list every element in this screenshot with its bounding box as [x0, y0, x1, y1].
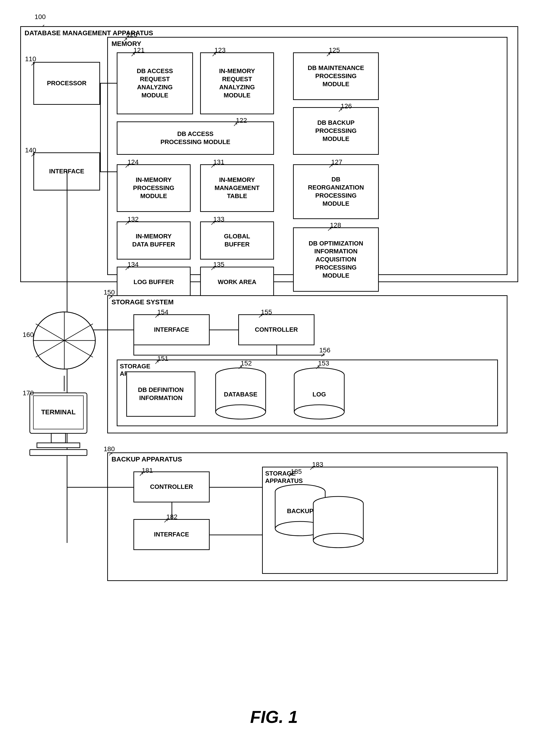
tick-183: ↗ [309, 465, 314, 472]
tick-120: ↗ [123, 36, 128, 43]
db-reorganization-label: DBREORGANIZATIONPROCESSINGMODULE [308, 175, 364, 208]
interface154-vline [133, 345, 134, 355]
log-cylinder: LOG [293, 367, 346, 422]
tick-133: ↗ [210, 220, 215, 226]
tick-152: ↗ [238, 364, 242, 370]
db-access-processing-box: DB ACCESSPROCESSING MODULE [117, 122, 274, 155]
svg-point-22 [313, 533, 363, 548]
db-access-request-label: DB ACCESSREQUESTANALYZINGMODULE [137, 67, 173, 99]
in-memory-data-buffer-label: IN-MEMORYDATA BUFFER [132, 232, 175, 248]
controller-180-box: CONTROLLER [133, 472, 210, 503]
db-backup-box: DB BACKUPPROCESSINGMODULE [293, 107, 379, 155]
network-cloud [31, 305, 98, 377]
svg-rect-32 [37, 443, 80, 448]
figure-label: FIG. 1 [202, 707, 346, 727]
tick-127: ↗ [328, 163, 333, 169]
tick-182: ↗ [163, 517, 168, 524]
db-optimization-label: DB OPTIMIZATIONINFORMATIONACQUISITIONPRO… [309, 240, 363, 280]
tick-128: ↗ [327, 226, 332, 232]
svg-point-4 [216, 405, 266, 419]
db-backup-label: DB BACKUPPROCESSINGMODULE [315, 119, 356, 143]
controller-180-label: CONTROLLER [150, 483, 193, 491]
interface-182-label: INTERFACE [154, 531, 189, 539]
controller155-vline [276, 345, 277, 355]
svg-point-10 [294, 405, 344, 419]
ctrl-to-iface-vline [172, 503, 172, 519]
network-backup-hline [67, 487, 133, 488]
db-access-request-box: DB ACCESSREQUESTANALYZINGMODULE [117, 53, 193, 114]
tick-125: ↗ [326, 51, 331, 58]
tick-124: ↗ [125, 163, 129, 169]
ref-160: 160 [22, 331, 34, 339]
terminal-shape: TERMINAL [22, 391, 94, 458]
db-maintenance-box: DB MAINTENANCEPROCESSINGMODULE [293, 53, 379, 100]
db-access-processing-label: DB ACCESSPROCESSING MODULE [160, 130, 230, 146]
interface-154-label: INTERFACE [154, 326, 189, 334]
in-memory-request-label: IN-MEMORYREQUESTANALYZINGMODULE [219, 67, 255, 99]
tick-131: ↗ [210, 163, 215, 169]
tick-180: ↗ [108, 450, 113, 457]
tick-154: ↗ [154, 313, 159, 319]
svg-text:LOG: LOG [312, 391, 326, 398]
tick-121: ↗ [131, 51, 135, 58]
svg-text:TERMINAL: TERMINAL [41, 408, 76, 416]
work-area-label: WORK AREA [218, 278, 256, 286]
backup-apparatus-label: BACKUP APPARATUS [111, 456, 182, 463]
in-memory-processing-box: IN-MEMORYPROCESSINGMODULE [117, 164, 190, 212]
tick-150: ↗ [108, 294, 113, 300]
backup-cylinder-2 [312, 495, 364, 551]
processor-box: PROCESSOR [33, 62, 100, 105]
tick-155: ↗ [258, 313, 263, 319]
global-buffer-box: GLOBALBUFFER [200, 221, 274, 259]
interface-182-box: INTERFACE [133, 519, 210, 550]
in-memory-data-buffer-box: IN-MEMORYDATA BUFFER [117, 221, 190, 259]
proc-line1 [100, 83, 117, 84]
processor-interface-vline [100, 83, 101, 171]
ctrl-to-storage-hline [210, 487, 262, 488]
db-maintenance-label: DB MAINTENANCEPROCESSINGMODULE [308, 64, 364, 88]
interface-154-box: INTERFACE [133, 314, 210, 345]
in-memory-request-box: IN-MEMORYREQUESTANALYZINGMODULE [200, 53, 274, 114]
tick-185: ↗ [288, 472, 293, 478]
storage-system-label: STORAGE SYSTEM [111, 298, 174, 306]
tick-110: ↗ [30, 60, 35, 67]
in-memory-management-label: IN-MEMORYMANAGEMENTTABLE [214, 176, 260, 200]
global-buffer-label: GLOBALBUFFER [224, 232, 250, 248]
db-reorganization-box: DBREORGANIZATIONPROCESSINGMODULE [293, 164, 379, 219]
tick-153: ↗ [315, 364, 320, 370]
tick-132: ↗ [125, 220, 129, 226]
processor-label: PROCESSOR [47, 79, 87, 87]
diagram: 100 ↙ DATABASE MANAGEMENT APPARATUS PROC… [0, 0, 537, 756]
tick-123: ↗ [212, 51, 216, 58]
ref-120: 120 [126, 31, 138, 39]
network-terminal-vline [64, 376, 64, 391]
tick-134: ↗ [125, 265, 129, 272]
svg-text:DATABASE: DATABASE [224, 391, 258, 398]
in-memory-management-box: IN-MEMORYMANAGEMENTTABLE [200, 164, 274, 212]
svg-text:BACKUP: BACKUP [287, 508, 313, 514]
log-buffer-label: LOG BUFFER [134, 278, 174, 286]
tick-181: ↗ [139, 471, 144, 477]
db-definition-label: DB DEFINITIONINFORMATION [138, 386, 184, 402]
interface-connect-line [100, 171, 117, 172]
controller-155-label: CONTROLLER [255, 326, 298, 334]
in-memory-processing-label: IN-MEMORYPROCESSINGMODULE [133, 176, 174, 200]
ref-170: 170 [22, 389, 34, 397]
tick-135: ↗ [210, 265, 215, 272]
iface-to-storage-hline2 [210, 535, 262, 535]
tick-126: ↗ [338, 107, 343, 113]
tick-140: ↗ [30, 151, 35, 158]
db-optimization-box: DB OPTIMIZATIONINFORMATIONACQUISITIONPRO… [293, 227, 379, 292]
svg-rect-33 [30, 450, 87, 456]
db-definition-box: DB DEFINITIONINFORMATION [126, 371, 195, 417]
svg-rect-31 [51, 434, 65, 443]
tick-122: ↗ [233, 121, 238, 128]
database-cylinder: DATABASE [214, 367, 267, 422]
interface-controller-line [210, 329, 238, 330]
controller-155-box: CONTROLLER [238, 314, 314, 345]
ref-100: 100 [34, 13, 46, 21]
tick-151: ↗ [154, 359, 159, 365]
